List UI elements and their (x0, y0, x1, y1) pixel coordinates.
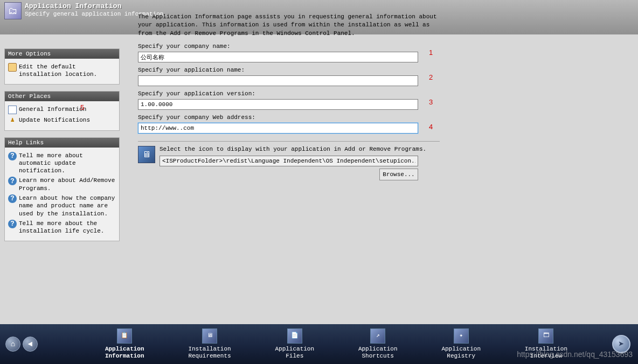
web-address-label: Specify your company Web address: (138, 114, 440, 121)
other-places-title: Other Places (5, 92, 119, 101)
help-links-panel: Help Links ? Tell me more about automati… (4, 137, 120, 241)
back-button[interactable]: ◄ (23, 337, 38, 352)
registry-nav-icon: ✦ (454, 328, 469, 344)
nav-label: ApplicationShortcuts (358, 346, 398, 360)
annotation-1: 1 (429, 48, 433, 57)
header-title: Application Information (25, 2, 167, 10)
app-info-icon: 🗂 (4, 2, 22, 19)
annotation-2: 2 (429, 73, 433, 81)
item-label: Tell me more about automatic update noti… (19, 152, 116, 175)
update-notifications-link[interactable]: ♟ Update Notifications (8, 115, 116, 126)
help-company-name[interactable]: ? Learn about how the company name and p… (8, 193, 116, 219)
page-description: The Application Information page assists… (138, 13, 440, 38)
nav-label: ApplicationRegistry (441, 346, 481, 360)
main-content: The Application Information page assists… (138, 13, 440, 180)
watermark: https://blog.csdn.net/qq_43153693 (517, 350, 633, 359)
interview-nav-icon: 🗔 (538, 328, 553, 344)
more-options-title: More Options (5, 49, 119, 59)
nav-app-info[interactable]: 📋 ApplicationInformation (105, 328, 144, 360)
help-links-title: Help Links (5, 138, 119, 148)
grid-icon (8, 106, 17, 114)
item-label: General Information (19, 106, 86, 113)
general-information-link[interactable]: General Information (8, 104, 116, 115)
nav-files[interactable]: 📄 ApplicationFiles (275, 328, 314, 360)
other-places-panel: Other Places General Information 5 ♟ Upd… (4, 91, 120, 131)
files-nav-icon: 📄 (287, 328, 302, 344)
nav-requirements[interactable]: 🖥 InstallationRequirements (188, 328, 231, 360)
help-icon: ? (8, 194, 17, 203)
folder-icon (8, 63, 17, 72)
icon-label: Select the icon to display with your app… (160, 146, 440, 152)
annotation-4: 4 (429, 123, 433, 131)
version-input[interactable] (138, 99, 418, 110)
nav-label: ApplicationFiles (275, 346, 314, 360)
item-label: Tell me more about the installation life… (19, 220, 116, 235)
browse-button[interactable]: Browse... (379, 169, 418, 180)
app-info-nav-icon: 📋 (117, 328, 132, 344)
app-name-label: Specify your application name: (138, 67, 440, 73)
help-icon: ? (8, 177, 17, 185)
nav-label: ApplicationInformation (105, 346, 144, 360)
requirements-nav-icon: 🖥 (202, 328, 217, 344)
icon-selection-row: 🖥 Select the icon to display with your a… (138, 146, 440, 166)
annotation-3: 3 (429, 98, 433, 106)
item-label: Update Notifications (19, 116, 90, 124)
separator (138, 141, 440, 142)
company-name-input[interactable] (138, 52, 418, 62)
item-label: Learn more about Add/Remove Programs. (19, 177, 116, 192)
bell-icon: ♟ (8, 116, 17, 125)
nav-label: InstallationRequirements (188, 346, 231, 360)
app-name-input[interactable] (138, 75, 418, 86)
shortcuts-nav-icon: ↗ (370, 328, 385, 344)
annotation-5: 5 (80, 103, 84, 111)
help-auto-update[interactable]: ? Tell me more about automatic update no… (8, 151, 116, 176)
web-address-input[interactable] (138, 123, 418, 134)
help-life-cycle[interactable]: ? Tell me more about the installation li… (8, 219, 116, 236)
version-label: Specify your application version: (138, 90, 440, 97)
application-icon: 🖥 (138, 146, 155, 163)
item-label: Edit the default installation location. (19, 63, 116, 79)
icon-path-input[interactable] (160, 156, 418, 166)
help-add-remove[interactable]: ? Learn more about Add/Remove Programs. (8, 176, 116, 193)
item-label: Learn about how the company name and pro… (19, 194, 116, 218)
help-icon: ? (8, 152, 17, 160)
company-name-label: Specify your company name: (138, 43, 440, 50)
more-options-panel: More Options Edit the default installati… (4, 48, 120, 85)
left-column: More Options Edit the default installati… (4, 48, 120, 248)
help-icon: ? (8, 220, 17, 228)
edit-default-location[interactable]: Edit the default installation location. (8, 62, 116, 80)
nav-shortcuts[interactable]: ↗ ApplicationShortcuts (358, 328, 398, 360)
home-button[interactable]: ⌂ (5, 337, 20, 352)
nav-registry[interactable]: ✦ ApplicationRegistry (441, 328, 481, 360)
